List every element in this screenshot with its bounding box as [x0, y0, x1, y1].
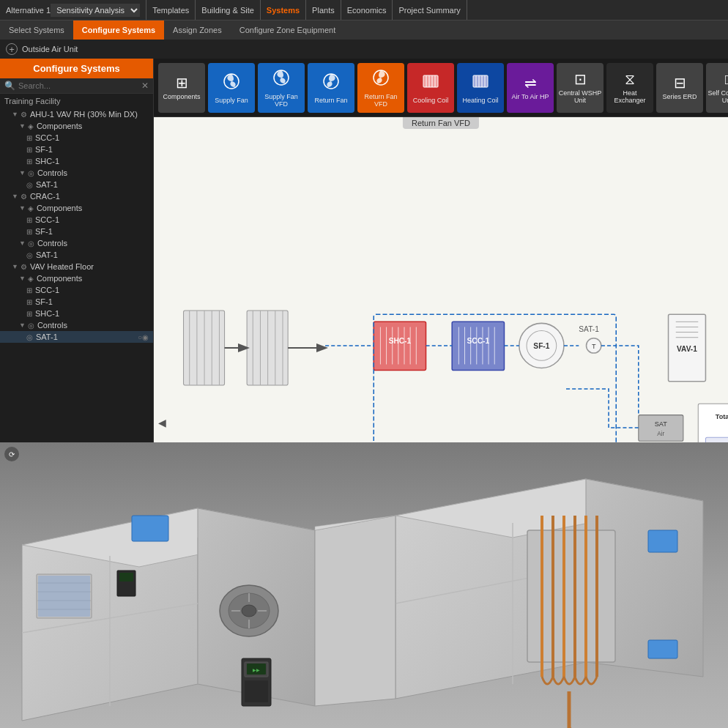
- sidebar-item-components1[interactable]: ▼ ◈ Components: [0, 120, 153, 132]
- building-site-menu[interactable]: Building & Site: [196, 0, 261, 20]
- vav-icon: ⚙: [21, 263, 27, 271]
- configure-systems-tab[interactable]: Configure Systems: [73, 21, 164, 40]
- sidebar-item-components2[interactable]: ▼ ◈ Components: [0, 202, 153, 214]
- sidebar-item-sat3[interactable]: ◎ SAT-1 ○◉: [0, 331, 153, 343]
- central-wshp-button[interactable]: ⊡ Central WSHP Unit: [557, 63, 603, 113]
- sidebar-item-controls3[interactable]: ▼ ◎ Controls: [0, 319, 153, 331]
- tree-root-label: Training Facility: [0, 94, 153, 108]
- svg-text:Air: Air: [657, 431, 664, 437]
- systems-menu[interactable]: Systems: [261, 0, 306, 20]
- select-systems-tab[interactable]: Select Systems: [0, 21, 73, 40]
- wshp-icon: ⊡: [574, 70, 587, 88]
- sidebar-item-crac1[interactable]: ▼ ⚙ CRAC-1: [0, 190, 153, 202]
- svg-rect-9: [473, 75, 488, 87]
- cooling-coil-button[interactable]: Cooling Coil: [407, 63, 454, 113]
- supply-fan-button[interactable]: Supply Fan: [208, 63, 255, 113]
- controls-icon: ◎: [28, 322, 34, 330]
- sidebar-item-scc2[interactable]: ⊞ SCC-1: [0, 214, 153, 226]
- sidebar-item-sat2[interactable]: ◎ SAT-1: [0, 249, 153, 261]
- heating-coil-icon: [470, 71, 491, 95]
- svg-text:VAV-1: VAV-1: [677, 345, 697, 353]
- diagram-tab-label: Return Fan VFD: [403, 117, 479, 129]
- svg-rect-117: [38, 576, 90, 617]
- air-to-air-hp-button[interactable]: ⇌ Air To Air HP: [507, 63, 554, 113]
- sidebar-item-sf3[interactable]: ⊞ SF-1: [0, 296, 153, 308]
- svg-marker-97: [315, 516, 395, 706]
- fan-icon: ⊞: [26, 228, 32, 236]
- chevron-icon: ▼: [12, 111, 18, 118]
- sidebar-item-sf2[interactable]: ⊞ SF-1: [0, 226, 153, 237]
- svg-rect-109: [245, 680, 268, 702]
- shc1-node[interactable]: SHC-1: [374, 322, 426, 370]
- series-erd-button[interactable]: ⊟ Series ERD: [656, 63, 703, 113]
- self-contained-button[interactable]: □ Self Contained Units: [706, 63, 728, 113]
- economics-menu[interactable]: Economics: [341, 0, 393, 20]
- chevron-icon: ▼: [12, 193, 18, 200]
- components-icon: ⊞: [176, 74, 188, 92]
- return-fan-button[interactable]: Return Fan: [308, 63, 354, 113]
- heat-exchanger-icon: ⧖: [625, 71, 635, 88]
- assign-zones-tab[interactable]: Assign Zones: [164, 21, 231, 40]
- heating-coil-button[interactable]: Heating Coil: [457, 63, 504, 113]
- folder-icon: ◈: [28, 204, 34, 212]
- component-all-button[interactable]: ⊞ Components: [158, 63, 205, 113]
- component-icon: ⊞: [26, 134, 32, 142]
- sidebar-item-vav-floor[interactable]: ▼ ⚙ VAV Heated Floor: [0, 261, 153, 272]
- alternative-section[interactable]: Alternative 1 Sensitivity Analysis: [0, 0, 146, 20]
- outside-air-add-button[interactable]: +: [6, 43, 18, 55]
- supply-fan-vfd-button[interactable]: Supply Fan VFD: [258, 63, 305, 113]
- sidebar-item-components3[interactable]: ▼ ◈ Components: [0, 272, 153, 284]
- sensitivity-dropdown[interactable]: Sensitivity Analysis: [51, 4, 140, 17]
- svg-rect-129: [648, 530, 677, 552]
- clear-search-button[interactable]: ✕: [141, 81, 149, 91]
- sidebar-item-shc1[interactable]: ⊞ SHC-1: [0, 155, 153, 167]
- scc1-node[interactable]: SCC-1: [452, 322, 504, 370]
- sensor-icon: ◎: [26, 251, 33, 259]
- return-fan-icon: [321, 71, 341, 95]
- return-fan-vfd-button[interactable]: Return Fan VFD: [357, 63, 404, 113]
- svg-rect-28: [374, 322, 426, 370]
- coil-icon: ⊞: [26, 157, 32, 166]
- alternative-label: Alternative 1: [6, 6, 51, 15]
- chevron-icon: ▼: [19, 204, 26, 212]
- sat1-label: SAT-1: [579, 325, 599, 333]
- configure-systems-button[interactable]: Configure Systems: [0, 59, 153, 78]
- cooling-coil-icon: [420, 71, 441, 95]
- sidebar-item-ahu1[interactable]: ▼ ⚙ AHU-1 VAV RH (30% Min DX): [0, 108, 153, 120]
- sf1-node[interactable]: SF-1: [519, 323, 564, 368]
- search-input[interactable]: [18, 81, 141, 90]
- sidebar-item-controls2[interactable]: ▼ ◎ Controls: [0, 237, 153, 249]
- sat-box[interactable]: SAT Air: [639, 415, 683, 442]
- return-fan-vfd-icon: [371, 67, 391, 92]
- project-summary-menu[interactable]: Project Summary: [393, 0, 467, 20]
- search-bar: 🔍 ✕: [0, 78, 153, 94]
- heat-exchanger-button[interactable]: ⧖ Heat Exchanger: [606, 63, 653, 113]
- svg-text:SF-1: SF-1: [533, 342, 549, 350]
- sidebar-item-scc3[interactable]: ⊞ SCC-1: [0, 284, 153, 296]
- supply-fan-icon: [221, 71, 242, 95]
- toggle-3d-button[interactable]: ⟳: [4, 447, 19, 461]
- component-toolbar: ⊞ Components Supply Fan Supply Fan VFD: [154, 59, 728, 117]
- sidebar-item-scc1[interactable]: ⊞ SCC-1: [0, 132, 153, 144]
- 3d-view: ⟳: [0, 442, 728, 728]
- plants-menu[interactable]: Plants: [306, 0, 341, 20]
- supply-fan-vfd-icon: [271, 67, 291, 92]
- sidebar-item-controls1[interactable]: ▼ ◎ Controls: [0, 167, 153, 179]
- second-coil-top: [247, 311, 288, 385]
- sidebar-item-shc3[interactable]: ⊞ SHC-1: [0, 308, 153, 319]
- chevron-icon: ▼: [19, 239, 26, 247]
- series-erd-icon: ⊟: [674, 74, 686, 92]
- svg-rect-37: [452, 322, 504, 370]
- sidebar-item-sat1[interactable]: ◎ SAT-1: [0, 179, 153, 190]
- component-icon: ⊞: [26, 216, 32, 224]
- outside-air-label: Outside Air Unit: [22, 45, 78, 53]
- component-icon: ⊞: [26, 286, 32, 294]
- ahu-icon: ⚙: [21, 111, 27, 119]
- scroll-left-arrow[interactable]: ◀: [158, 417, 166, 428]
- templates-menu[interactable]: Templates: [146, 0, 196, 20]
- sidebar-item-sf1[interactable]: ⊞ SF-1: [0, 144, 153, 155]
- search-icon: 🔍: [4, 81, 15, 91]
- vav1-node[interactable]: VAV-1: [669, 314, 706, 382]
- second-menu-bar: Select Systems Configure Systems Assign …: [0, 21, 728, 40]
- configure-zone-equipment-tab[interactable]: Configure Zone Equipment: [231, 21, 344, 40]
